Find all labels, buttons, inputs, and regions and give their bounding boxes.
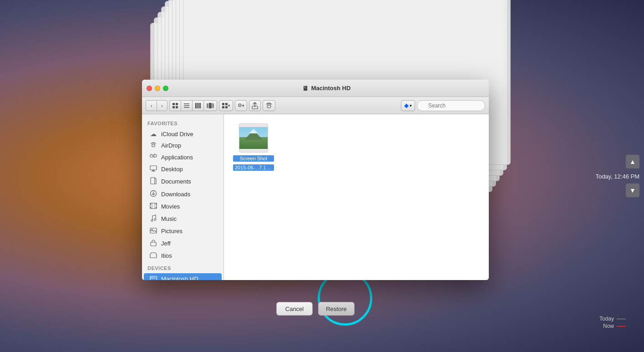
svg-rect-30 [150, 207, 151, 209]
sidebar-label-movies: Movies [161, 203, 180, 210]
window-title-area: 🖥 Macintosh HD [168, 85, 484, 92]
sidebar-item-documents[interactable]: Documents [144, 175, 222, 188]
sidebar-label-itios: Itios [161, 252, 172, 259]
sidebar: FAVORITES ☁ iCloud Drive AirDrop Applica… [142, 114, 224, 280]
itios-icon [149, 252, 157, 260]
tm-now-line [617, 326, 626, 326]
svg-rect-0 [172, 103, 175, 105]
view-icon-button[interactable] [169, 100, 181, 111]
svg-point-18 [267, 105, 271, 108]
hdd-icon: 🖥 [302, 85, 309, 92]
restore-button[interactable]: Restore [318, 302, 355, 316]
search-input[interactable] [417, 100, 485, 111]
finder-window: 🖥 Macintosh HD ‹ › ▾ ⚙▾ [142, 80, 489, 280]
sidebar-item-pictures[interactable]: Pictures [144, 225, 222, 237]
pictures-icon [149, 227, 157, 235]
file-name-line1: Screen Shot [233, 155, 274, 162]
svg-rect-40 [151, 277, 153, 279]
sidebar-label-icloud: iCloud Drive [161, 131, 193, 138]
file-area: Screen Shot 2015-06-...7.11 PM [224, 114, 489, 280]
view-column-button[interactable] [192, 100, 203, 111]
svg-rect-13 [222, 103, 224, 105]
svg-point-19 [152, 145, 155, 147]
sidebar-item-icloud[interactable]: ☁ iCloud Drive [144, 128, 222, 139]
svg-rect-14 [225, 103, 228, 105]
sidebar-item-applications[interactable]: Applications [144, 152, 222, 163]
tm-marker-today: Today [599, 316, 626, 322]
sidebar-label-pictures: Pictures [161, 228, 183, 235]
svg-rect-25 [151, 178, 155, 184]
svg-rect-27 [150, 203, 157, 209]
icloud-icon: ☁ [149, 130, 157, 138]
tm-timeline: Today Now [599, 316, 626, 329]
svg-rect-28 [150, 203, 151, 204]
tm-scroll-up-button[interactable]: ▲ [626, 155, 639, 168]
action-button[interactable]: ⚙▾ [235, 100, 247, 111]
applications-icon [149, 153, 157, 161]
view-list-button[interactable] [181, 100, 192, 111]
svg-rect-29 [156, 203, 157, 204]
svg-rect-16 [225, 106, 228, 108]
svg-rect-3 [176, 106, 178, 108]
tm-today-label: Today [599, 316, 614, 322]
chevron-up-icon: ▲ [629, 158, 636, 165]
chevron-down-icon: ▼ [629, 187, 636, 194]
search-wrapper: 🔍 [417, 100, 485, 111]
sidebar-item-movies[interactable]: Movies [144, 201, 222, 212]
share-button[interactable] [249, 100, 261, 111]
downloads-icon [149, 190, 157, 199]
sidebar-label-music: Music [161, 215, 177, 222]
sidebar-item-downloads[interactable]: Downloads [144, 188, 222, 200]
tm-scroll-down-button[interactable]: ▼ [626, 184, 639, 197]
maximize-button[interactable] [163, 86, 168, 91]
sidebar-label-downloads: Downloads [161, 191, 190, 198]
dropbox-button[interactable]: ◆ ▾ [401, 100, 415, 111]
sidebar-item-music[interactable]: Music [144, 213, 222, 225]
minimize-button[interactable] [155, 86, 160, 91]
dropbox-icon: ◆ [404, 102, 409, 109]
cancel-button[interactable]: Cancel [276, 302, 313, 316]
svg-rect-8 [198, 103, 199, 108]
svg-point-35 [154, 219, 156, 220]
sidebar-label-desktop: Desktop [161, 166, 183, 173]
airdrop-toolbar-button[interactable] [263, 100, 275, 111]
back-button[interactable]: ‹ [146, 100, 157, 111]
view-buttons [169, 100, 217, 111]
tm-today-line [617, 319, 626, 319]
svg-rect-31 [156, 207, 157, 209]
svg-rect-20 [150, 155, 153, 157]
sidebar-item-airdrop[interactable]: AirDrop [144, 140, 222, 151]
tm-time-label: Today, 12:46 PM [595, 173, 639, 180]
sidebar-item-desktop[interactable]: Desktop [144, 163, 222, 175]
documents-icon [149, 177, 157, 186]
svg-rect-1 [176, 103, 178, 105]
sidebar-label-macintosh-hd: Macintosh HD [161, 275, 198, 280]
svg-rect-9 [199, 103, 201, 108]
jeff-icon [149, 239, 157, 248]
sidebar-item-macintosh-hd[interactable]: Macintosh HD [144, 273, 222, 280]
svg-rect-2 [172, 106, 175, 108]
view-coverflow-button[interactable] [203, 100, 217, 111]
traffic-lights [147, 86, 168, 91]
sidebar-item-itios[interactable]: Itios [144, 250, 222, 261]
svg-point-21 [154, 154, 157, 157]
dropbox-chevron: ▾ [410, 103, 412, 108]
svg-rect-11 [209, 103, 212, 108]
macintosh-hd-icon [149, 275, 157, 280]
arrange-button[interactable]: ▾ [219, 100, 233, 111]
svg-rect-23 [152, 170, 154, 171]
tm-sidebar: ▲ Today, 12:46 PM ▼ [585, 0, 644, 352]
favorites-label: FAVORITES [142, 117, 223, 128]
close-button[interactable] [147, 86, 152, 91]
tm-now-label: Now [603, 323, 614, 329]
file-name-line2: 2015-06-...7.11 PM [233, 164, 274, 171]
movies-icon [149, 203, 157, 210]
svg-point-34 [151, 219, 153, 221]
svg-rect-38 [151, 242, 156, 246]
title-bar: 🖥 Macintosh HD [142, 80, 489, 97]
sidebar-item-jeff[interactable]: Jeff [144, 237, 222, 250]
file-item[interactable]: Screen Shot 2015-06-...7.11 PM [233, 123, 274, 171]
forward-button[interactable]: › [157, 100, 167, 111]
sidebar-label-documents: Documents [161, 178, 191, 185]
svg-rect-12 [212, 103, 214, 108]
